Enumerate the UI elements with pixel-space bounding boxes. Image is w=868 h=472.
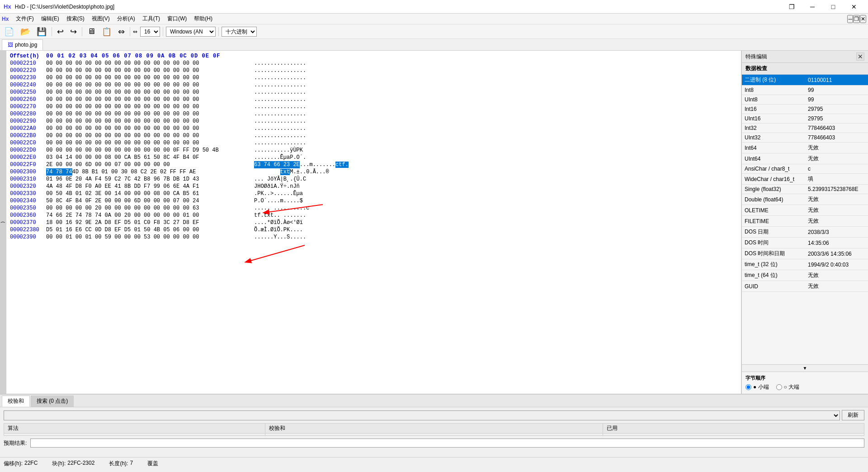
inspector-row-uint32[interactable]: UInt32 778466403 [742,133,868,143]
inspector-row-uint16[interactable]: UInt16 29795 [742,114,868,124]
sidebar-toggle[interactable]: ⟨ [0,51,6,394]
arrow-btn[interactable]: ⇔ [116,26,127,38]
menu-analysis[interactable]: 分析(A) [113,14,139,24]
hex-row-2240[interactable]: 00002240 00 00 00 00 00 00 00 00 00 00 0… [10,81,737,89]
ascii-2380: Õ.æÌ.ØïÕ.PK.... [254,226,303,234]
tab-search[interactable]: 搜索 (0 点击) [31,396,74,407]
hex-row-2270[interactable]: 00002270 00 00 00 00 00 00 00 00 00 00 0… [10,103,737,110]
base-select[interactable]: 十六进制 十进制 八进制 [222,27,257,37]
menu-search[interactable]: 搜索(S) [63,14,88,24]
hex-row-2380[interactable]: 000022380 D5 01 16 E6 CC 0D D8 EF D5 01 … [10,226,737,234]
hex-row-2290[interactable]: 00002290 00 00 00 00 00 00 00 00 00 00 0… [10,118,737,125]
inspector-row-int32[interactable]: Int32 778466403 [742,124,868,133]
hex-row-22C0[interactable]: 000022C0 00 00 00 00 00 00 00 00 00 00 0… [10,139,737,147]
encoding-select[interactable]: Windows (AN [166,27,216,37]
inspector-row-oletime[interactable]: OLETIME 无效 [742,205,868,216]
redo-btn[interactable]: ↪ [68,26,79,38]
hex-row-2390[interactable]: 00002390 00 00 01 00 01 00 59 00 00 00 5… [10,234,737,241]
app-minimize-button[interactable]: ─ [847,15,853,23]
disk-btn[interactable]: 🖥 [85,26,98,38]
menu-edit[interactable]: 编辑(E) [38,14,63,24]
undo-btn[interactable]: ↩ [55,26,66,38]
hex-row-2230[interactable]: 00002230 00 00 00 00 00 00 00 00 00 00 0… [10,74,737,81]
hex-row-22D0[interactable]: 000022D0 00 00 00 00 00 00 00 00 00 00 0… [10,147,737,154]
hex-row-2280[interactable]: 00002280 00 00 00 00 00 00 00 00 00 00 0… [10,110,737,118]
tab-checksum[interactable]: 校验和 [2,396,30,407]
hex-row-2310[interactable]: 00002310 01 96 0E 20 4A F4 59 C2 7C 42 B… [10,176,737,183]
sep5 [218,27,219,36]
inspector-row-dostime[interactable]: DOS 时间 14:35:06 [742,238,868,248]
hex-row-22E0[interactable]: 000022E0 03 04 14 00 00 00 08 00 CA B5 6… [10,154,737,161]
menu-file[interactable]: 文件(F) [12,14,37,24]
inspector-row-dosdate[interactable]: DOS 日期 2038/3/3 [742,227,868,238]
inspector-row-guid[interactable]: GUID 无效 [742,281,868,292]
close-button[interactable]: ✕ [844,0,864,14]
expected-input[interactable] [30,439,864,448]
save-btn[interactable]: 💾 [34,26,49,38]
file-btn2[interactable]: 📋 [99,26,114,38]
minimize-button[interactable]: ─ [802,0,823,14]
title-text: HxD - [C:\Users\Violet\Desktop\photo.jpg… [15,4,115,10]
hex-row-2340[interactable]: 00002340 50 8C 4F B4 0F 2E 00 00 00 6D 0… [10,197,737,205]
inspector-row-int8[interactable]: Int8 99 [742,86,868,95]
little-endian-radio[interactable] [745,384,751,390]
menu-view[interactable]: 视图(V) [88,14,113,24]
big-endian-label[interactable]: ○ 大端 [776,383,800,391]
inspector-row-uint64[interactable]: UInt64 无效 [742,153,868,164]
inspector-row-float32[interactable]: Single (float32) 5.23993175238768E [742,185,868,194]
hex-row-2360[interactable]: 00002360 74 66 2E 74 78 74 0A 00 20 00 0… [10,212,737,219]
right-panel-close[interactable]: ✕ [856,52,864,61]
expected-label: 预期结果: [4,439,27,447]
new-btn[interactable]: 📄 [2,26,16,38]
hex-row-2300[interactable]: 00002300 74 78 74 4D 8B B1 01 00 30 08 C… [10,168,737,176]
hex-row-22A0[interactable]: 000022A0 00 00 00 00 00 00 00 00 00 00 0… [10,125,737,132]
big-endian-radio[interactable] [776,384,782,390]
inspector-row-dosdatetime[interactable]: DOS 时间和日期 2003/3/6 14:35:06 [742,248,868,259]
offset-2220: 00002220 [10,67,46,74]
open-btn[interactable]: 📂 [18,26,33,38]
hex-row-22F0[interactable]: 000022F0 2E 00 00 00 6D 00 00 07 00 00 0… [10,161,737,168]
offset-22F0: 000022F0 [10,161,46,168]
app-close-button[interactable]: ✕ [860,15,866,23]
big-endian-text: ○ 大端 [784,383,800,391]
hex-row-2320[interactable]: 00002320 4A 48 4F D8 F0 A0 EE 41 8B DD F… [10,183,737,190]
columns-select[interactable]: 16 8 32 [140,27,160,37]
hex-row-2370[interactable]: 00002370 18 00 16 92 9E 2A D8 EF D5 01 C… [10,219,737,226]
hex-row-2350[interactable]: 00002350 00 00 00 00 00 20 00 00 00 00 0… [10,205,737,212]
menu-window[interactable]: 窗口(W) [164,14,190,24]
bytes-2330: 00 50 4B 01 02 3E 00 14 00 00 00 08 00 C… [46,190,254,197]
ascii-22E0: ........ÊµaP.O´. [254,154,306,161]
inspector-row-uint8[interactable]: UInt8 99 [742,95,868,105]
offset-header: Offset(h) [10,52,46,60]
inspector-row-binary[interactable]: 二进制 (8 位) 01100011 [742,75,868,86]
little-endian-label[interactable]: ● 小端 [745,383,769,391]
hex-row-2220[interactable]: 00002220 00 00 00 00 00 00 00 00 00 00 0… [10,67,737,74]
bytes-2230: 00 00 00 00 00 00 00 00 00 00 00 00 00 0… [46,74,254,81]
hex-scroll[interactable]: Offset(h) 00 01 02 03 04 05 06 07 08 09 … [6,51,741,394]
inspector-row-timet64[interactable]: time_t (64 位) 无效 [742,270,868,281]
hex-row-22B0[interactable]: 000022B0 00 00 00 00 00 00 00 00 00 00 0… [10,132,737,139]
inspector-row-ansichar[interactable]: AnsiChar / char8_t c [742,164,868,174]
field-value-float32: 5.23993175238768E [805,185,868,194]
data-inspector[interactable]: 二进制 (8 位) 01100011 Int8 99 UInt8 99 Int1… [742,75,868,364]
inspector-row-float64[interactable]: Double (float64) 无效 [742,194,868,205]
hex-row-2330[interactable]: 00002330 00 50 4B 01 02 3E 00 14 00 00 0… [10,190,737,197]
menu-tools[interactable]: 工具(T) [139,14,164,24]
app-restore-button[interactable]: ❐ [853,15,860,23]
menu-help[interactable]: 帮助(H) [190,14,216,24]
inspector-row-filetime[interactable]: FILETIME 无效 [742,216,868,227]
hex-row-2210[interactable]: 00002210 00 00 00 00 00 00 00 00 00 00 0… [10,60,737,67]
bytes-2350: 00 00 00 00 00 20 00 00 00 00 00 00 00 0… [46,205,254,212]
inspector-row-timet32[interactable]: time_t (32 位) 1994/9/2 0:40:03 [742,259,868,270]
hex-row-2250[interactable]: 00002250 00 00 00 00 00 00 00 00 00 00 0… [10,89,737,96]
maximize-button[interactable]: □ [823,0,844,14]
inspector-row-widechar[interactable]: WideChar / char16_t 填 [742,174,868,185]
inspector-row-int16[interactable]: Int16 29795 [742,105,868,114]
restore-down-button[interactable]: ❐ [781,0,802,14]
hex-editor[interactable]: Offset(h) 00 01 02 03 04 05 06 07 08 09 … [6,51,741,394]
hex-row-2260[interactable]: 00002260 00 00 00 00 00 00 00 00 00 00 0… [10,96,737,103]
file-tab-photo[interactable]: 🖼 photo.jpg [2,39,43,50]
refresh-button[interactable]: 刷新 [842,410,864,420]
checksum-algorithm-dropdown[interactable] [4,410,840,420]
inspector-row-int64[interactable]: Int64 无效 [742,143,868,153]
